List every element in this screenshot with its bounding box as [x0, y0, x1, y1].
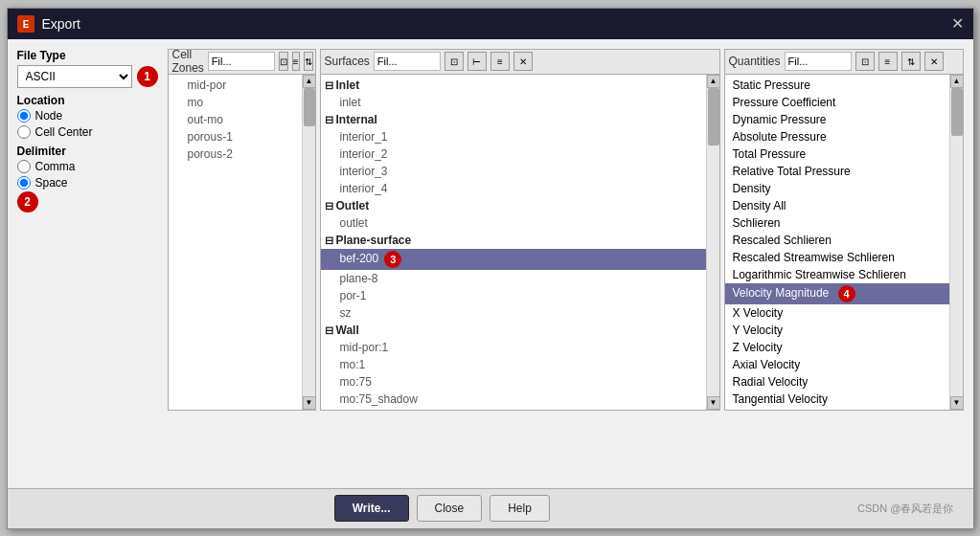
surfaces-header: Surfaces ⊡ ⊢ ≡ ✕: [321, 50, 719, 75]
quantities-scroll-down[interactable]: ▼: [950, 396, 963, 410]
surface-item[interactable]: interior_1: [321, 128, 706, 145]
quantities-scrollbar[interactable]: ▲ ▼: [949, 75, 963, 410]
scroll-up[interactable]: ▲: [303, 75, 315, 88]
svg-text:E: E: [22, 19, 29, 30]
badge-1: 1: [137, 66, 158, 87]
surfaces-btn2[interactable]: ⊢: [467, 52, 487, 71]
quantities-btn4[interactable]: ✕: [924, 52, 944, 71]
scroll-down[interactable]: ▼: [303, 396, 315, 410]
title-bar-left: E Export: [17, 15, 80, 33]
surface-item[interactable]: inlet: [321, 94, 706, 111]
cell-zones-btn1[interactable]: ⊡: [279, 52, 288, 71]
quantity-item[interactable]: Z Velocity: [725, 339, 949, 356]
location-cell-center[interactable]: Cell Center: [17, 125, 158, 139]
quantity-item[interactable]: Total Pressure: [725, 145, 949, 163]
quantity-item[interactable]: Relative Total Pressure: [725, 163, 949, 180]
delimiter-label: Delimiter: [17, 145, 66, 158]
surface-item[interactable]: mid-por:1: [321, 339, 706, 356]
delimiter-comma-radio[interactable]: [17, 160, 31, 173]
quantity-item[interactable]: Absolute Pressure: [725, 128, 949, 145]
surfaces-scroll-up[interactable]: ▲: [707, 75, 719, 88]
surfaces-btn1[interactable]: ⊡: [444, 52, 464, 71]
quantity-item[interactable]: Schlieren: [725, 214, 949, 232]
surfaces-filter[interactable]: [374, 52, 441, 71]
cell-zone-item[interactable]: out-mo: [169, 111, 302, 128]
badge-2: 2: [17, 191, 38, 212]
quantities-btn3[interactable]: ⇅: [901, 52, 921, 71]
file-type-section: File Type ASCII Binary CSV 1: [17, 49, 158, 88]
dialog-title: Export: [42, 16, 80, 32]
location-node-label: Node: [35, 109, 63, 123]
quantity-item[interactable]: Static Pressure: [725, 77, 949, 94]
cell-zones-btn2[interactable]: ≡: [292, 52, 300, 71]
surfaces-btn3[interactable]: ≡: [490, 52, 510, 71]
quantity-item[interactable]: Rescaled Streamwise Schlieren: [725, 249, 949, 266]
quantity-item[interactable]: Axial Velocity: [725, 356, 949, 373]
surface-item[interactable]: outlet: [321, 214, 706, 232]
cell-zone-item[interactable]: porous-2: [169, 145, 302, 163]
cell-zones-btn3[interactable]: ⇅: [304, 52, 313, 71]
quantity-item[interactable]: Logarithmic Streamwise Schlieren: [725, 266, 949, 283]
close-icon[interactable]: ✕: [951, 16, 964, 32]
quantities-btn2[interactable]: ≡: [878, 52, 898, 71]
surfaces-panel: Surfaces ⊡ ⊢ ≡ ✕ ⊟Inletinlet⊟Internalint…: [320, 49, 720, 411]
cell-zone-item[interactable]: mid-por: [169, 77, 302, 94]
quantities-panel-body: Static PressurePressure CoefficientDynam…: [725, 75, 963, 410]
watermark: CSDN @春风若是你: [857, 502, 953, 516]
quantity-item[interactable]: Y Velocity: [725, 322, 949, 339]
surfaces-scroll-down[interactable]: ▼: [707, 396, 719, 410]
surfaces-scrollbar[interactable]: ▲ ▼: [706, 75, 719, 410]
surface-item[interactable]: plane-8: [321, 270, 706, 287]
surfaces-panel-body: ⊟Inletinlet⊟Internalinterior_1interior_2…: [321, 75, 719, 410]
delimiter-space-radio[interactable]: [17, 176, 31, 190]
cell-zone-item[interactable]: porous-1: [169, 128, 302, 145]
cell-zones-filter[interactable]: [208, 52, 275, 71]
quantity-item[interactable]: Pressure Coefficient: [725, 94, 949, 111]
badge-3: 3: [384, 251, 401, 268]
surface-item[interactable]: por-1: [321, 287, 706, 304]
surface-group[interactable]: ⊟Plane-surface: [321, 232, 706, 249]
quantity-item[interactable]: Radial Velocity: [725, 373, 949, 391]
surface-group[interactable]: ⊟Wall: [321, 322, 706, 339]
quantities-header: Quantities ⊡ ≡ ⇅ ✕: [725, 50, 963, 75]
quantity-item[interactable]: X Velocity: [725, 304, 949, 322]
surface-item[interactable]: interior_4: [321, 180, 706, 197]
file-type-select[interactable]: ASCII Binary CSV: [17, 65, 132, 88]
cell-zones-scrollbar[interactable]: ▲ ▼: [302, 75, 315, 410]
surface-group[interactable]: ⊟Outlet: [321, 197, 706, 214]
surface-group[interactable]: ⊟Inlet: [321, 77, 706, 94]
delimiter-space[interactable]: Space: [17, 176, 158, 190]
quantity-item[interactable]: Rescaled Schlieren: [725, 232, 949, 249]
close-button[interactable]: Close: [417, 495, 483, 522]
surfaces-btn4[interactable]: ✕: [513, 52, 533, 71]
cell-zone-item[interactable]: mo: [169, 94, 302, 111]
delimiter-comma[interactable]: Comma: [17, 160, 158, 173]
surface-item[interactable]: sz: [321, 304, 706, 322]
surface-item[interactable]: mo:75_shadow: [321, 391, 706, 408]
surfaces-list: ⊟Inletinlet⊟Internalinterior_1interior_2…: [321, 75, 706, 410]
quantity-item[interactable]: Velocity Magnitude 4: [725, 283, 949, 304]
surface-item[interactable]: mo:1: [321, 356, 706, 373]
quantity-item[interactable]: Tangential Velocity: [725, 391, 949, 408]
surface-item[interactable]: bef-2003: [321, 249, 706, 270]
quantity-item[interactable]: Density All: [725, 197, 949, 214]
quantities-list: Static PressurePressure CoefficientDynam…: [725, 75, 949, 410]
quantity-item[interactable]: Dynamic Pressure: [725, 111, 949, 128]
quantities-scroll-up[interactable]: ▲: [950, 75, 963, 88]
title-bar: E Export ✕: [8, 9, 973, 39]
location-node[interactable]: Node: [17, 109, 158, 123]
quantities-filter[interactable]: [785, 52, 852, 71]
cell-zones-header: Cell Zones ⊡ ≡ ⇅ ✕: [169, 50, 315, 75]
surface-group[interactable]: ⊟Internal: [321, 111, 706, 128]
panels-row: Cell Zones ⊡ ≡ ⇅ ✕ mid-pormoout-moporous…: [168, 49, 964, 411]
quantities-btn1[interactable]: ⊡: [855, 52, 875, 71]
surface-item[interactable]: interior_3: [321, 163, 706, 180]
location-cell-radio[interactable]: [17, 125, 31, 139]
help-button[interactable]: Help: [490, 495, 550, 522]
quantity-item[interactable]: Density: [725, 180, 949, 197]
write-button[interactable]: Write...: [334, 495, 409, 522]
surface-item[interactable]: mo:75: [321, 373, 706, 391]
surface-item[interactable]: interior_2: [321, 145, 706, 163]
location-node-radio[interactable]: [17, 109, 31, 123]
delimiter-space-label: Space: [35, 176, 68, 190]
